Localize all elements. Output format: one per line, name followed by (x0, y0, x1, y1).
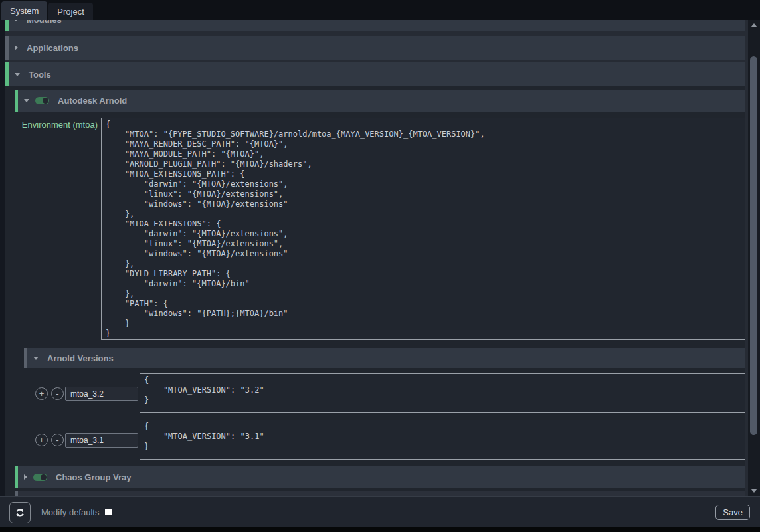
modify-defaults-checkbox[interactable] (105, 509, 112, 515)
footer-bar: Modify defaults Save (0, 496, 760, 527)
environment-mtoa-textarea[interactable]: { "MTOA": "{PYPE_STUDIO_SOFTWARE}/arnold… (101, 118, 745, 340)
section-header-modules[interactable]: Modules (5, 20, 745, 31)
partial-section-row (15, 491, 745, 496)
modify-defaults-group: Modify defaults (41, 497, 112, 527)
section-label: Applications (27, 43, 78, 53)
modify-defaults-label: Modify defaults (41, 507, 99, 517)
tab-bar: System Project (0, 0, 760, 20)
section-label: Modules (27, 20, 62, 25)
refresh-button[interactable] (9, 502, 31, 523)
subsection-label: Arnold Versions (47, 353, 114, 363)
refresh-icon (15, 507, 25, 518)
subsection-header-arnold-versions[interactable]: Arnold Versions (24, 348, 745, 368)
scroll-down-arrow-icon[interactable] (751, 489, 757, 493)
collapse-arrow-icon (24, 474, 27, 480)
section-header-applications[interactable]: Applications (5, 36, 745, 60)
scrollbar-thumb[interactable] (750, 56, 757, 435)
add-version-button[interactable]: + (35, 387, 48, 400)
expand-arrow-icon (33, 357, 39, 360)
collapse-arrow-icon (15, 45, 18, 50)
left-edge-strip (0, 20, 5, 496)
version-key-input[interactable] (65, 387, 138, 401)
tool-header-chaos-group-vray[interactable]: Chaos Group Vray (15, 466, 745, 488)
section-label: Tools (29, 70, 51, 80)
tab-project-label: Project (57, 7, 84, 17)
tab-system[interactable]: System (1, 1, 47, 20)
vertical-scrollbar[interactable] (748, 20, 760, 496)
scroll-up-arrow-icon[interactable] (751, 23, 757, 27)
expand-arrow-icon (15, 73, 20, 76)
tab-system-label: System (10, 6, 39, 16)
settings-scroll-area: Modules Applications Tools Autodesk Arno… (0, 20, 748, 496)
section-header-tools[interactable]: Tools (5, 62, 745, 86)
arnold-enabled-toggle[interactable] (35, 97, 49, 104)
settings-window: System Project Modules Applications Tool… (0, 0, 760, 532)
environment-mtoa-label: Environment (mtoa) (15, 120, 98, 130)
vray-enabled-toggle[interactable] (33, 474, 47, 481)
add-version-button[interactable]: + (35, 434, 48, 446)
remove-version-button[interactable]: - (51, 387, 64, 400)
version-value-textarea[interactable]: { "MTOA_VERSION": "3.2" } (140, 373, 745, 413)
version-value-textarea[interactable]: { "MTOA_VERSION": "3.1" } (140, 420, 745, 460)
tool-label: Chaos Group Vray (56, 472, 131, 482)
expand-arrow-icon (24, 99, 29, 102)
remove-version-button[interactable]: - (51, 434, 64, 446)
collapse-arrow-icon (15, 20, 18, 22)
save-button[interactable]: Save (715, 505, 750, 520)
tool-header-autodesk-arnold[interactable]: Autodesk Arnold (15, 90, 745, 112)
tool-label: Autodesk Arnold (58, 96, 127, 106)
window-bottom-edge (0, 527, 760, 532)
tab-project[interactable]: Project (48, 3, 92, 20)
version-key-input[interactable] (65, 433, 138, 448)
